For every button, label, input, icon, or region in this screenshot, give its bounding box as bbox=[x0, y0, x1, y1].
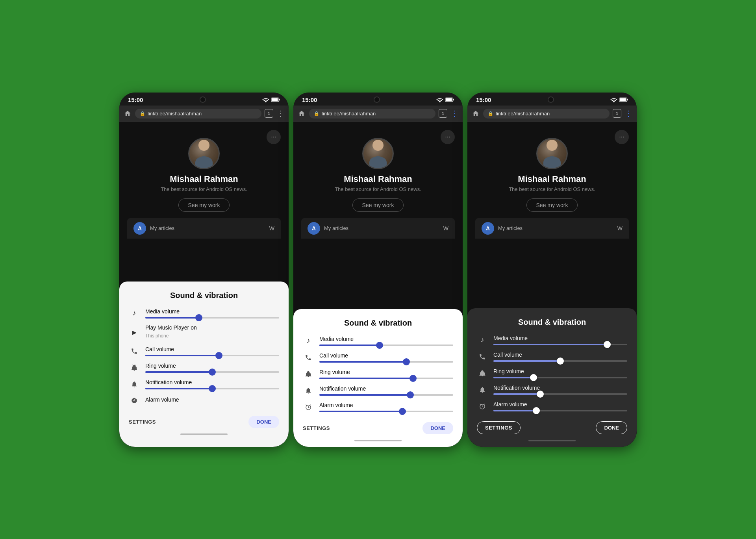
more-circle-1[interactable]: ··· bbox=[267, 130, 281, 144]
phone-2: 15:00 🔒 linktr.ee/mishaalrahman 1 bbox=[293, 93, 463, 447]
done-btn-2[interactable]: DONE bbox=[422, 422, 453, 434]
phone-1: 15:00 🔒 linktr.ee/mishaalrahman 1 bbox=[119, 93, 289, 447]
status-icons-1 bbox=[262, 97, 280, 102]
ring-slider-1[interactable] bbox=[145, 371, 279, 373]
sound-panel-1: Sound & vibration ♪ Media volume ▶ bbox=[119, 282, 289, 447]
ring-slider-2[interactable] bbox=[319, 378, 453, 379]
media-slider-2[interactable] bbox=[319, 345, 453, 346]
panel-title-3: Sound & vibration bbox=[477, 318, 627, 327]
status-bar-3: 15:00 bbox=[467, 93, 637, 106]
call-slider-1[interactable] bbox=[145, 355, 279, 356]
home-bar-2 bbox=[354, 440, 402, 441]
phone-icon-3 bbox=[477, 351, 488, 362]
browser-bar-2: 🔒 linktr.ee/mishaalrahman 1 ⋮ bbox=[293, 106, 463, 122]
profile-subtitle-1: The best source for Android OS news. bbox=[161, 186, 247, 192]
svg-line-3 bbox=[133, 365, 133, 365]
done-btn-3[interactable]: DONE bbox=[596, 421, 627, 434]
tab-count-2[interactable]: 1 bbox=[439, 109, 447, 118]
more-circle-2[interactable]: ··· bbox=[441, 130, 455, 144]
url-bar-2[interactable]: 🔒 linktr.ee/mishaalrahman bbox=[309, 109, 435, 119]
ring-label-1: Ring volume bbox=[145, 363, 279, 369]
call-label-2: Call volume bbox=[319, 352, 453, 359]
wifi-icon-3 bbox=[610, 97, 617, 102]
vol-row-alarm-2: Alarm volume bbox=[303, 402, 453, 413]
settings-btn-1[interactable]: SETTINGS bbox=[129, 419, 156, 425]
tab-count-1[interactable]: 1 bbox=[265, 109, 273, 118]
see-work-btn-1[interactable]: See my work bbox=[178, 198, 230, 212]
panel-footer-1: SETTINGS DONE bbox=[129, 413, 279, 428]
ring-icon-3 bbox=[477, 368, 488, 379]
phone-icon-2 bbox=[303, 352, 314, 363]
call-slider-3[interactable] bbox=[493, 360, 627, 362]
vol-row-ring-1: Ring volume bbox=[129, 362, 279, 373]
svg-rect-10 bbox=[627, 99, 628, 100]
url-bar-1[interactable]: 🔒 linktr.ee/mishaalrahman bbox=[135, 109, 261, 119]
profile-subtitle-3: The best source for Android OS news. bbox=[509, 186, 595, 192]
articles-avatar-3: A bbox=[482, 222, 494, 235]
url-text-1: linktr.ee/mishaalrahman bbox=[148, 111, 202, 117]
tab-count-3[interactable]: 1 bbox=[613, 109, 621, 118]
alarm-icon-2 bbox=[303, 402, 314, 413]
articles-bar-2: A My articles W bbox=[301, 218, 455, 239]
vol-row-notif-3: Notification volume bbox=[477, 384, 627, 395]
phone-2-screen: 15:00 🔒 linktr.ee/mishaalrahman 1 bbox=[293, 93, 463, 447]
status-icons-2 bbox=[436, 97, 454, 102]
see-work-btn-3[interactable]: See my work bbox=[526, 198, 578, 212]
settings-btn-2[interactable]: SETTINGS bbox=[303, 425, 330, 431]
vol-row-alarm-1: Alarm volume bbox=[129, 395, 279, 406]
phone-icon-1 bbox=[129, 346, 140, 357]
notif-label-2: Notification volume bbox=[319, 385, 453, 392]
bell-icon-3 bbox=[477, 384, 488, 395]
home-indicator-1 bbox=[129, 428, 279, 441]
browser-more-3[interactable]: ⋮ bbox=[624, 109, 633, 118]
ring-icon-1 bbox=[129, 362, 140, 373]
articles-more-3: W bbox=[617, 225, 623, 232]
notif-slider-2[interactable] bbox=[319, 394, 453, 396]
profile-name-1: Mishaal Rahman bbox=[170, 174, 238, 184]
articles-text-3: My articles bbox=[498, 225, 523, 231]
home-bar-3 bbox=[528, 440, 576, 441]
see-work-btn-2[interactable]: See my work bbox=[352, 198, 404, 212]
articles-more-1: W bbox=[269, 225, 274, 232]
play-icon-1: ▶ bbox=[129, 327, 140, 338]
media-slider-3[interactable] bbox=[493, 344, 627, 345]
home-icon-2[interactable] bbox=[297, 109, 306, 118]
home-indicator-2 bbox=[303, 434, 453, 447]
profile-name-3: Mishaal Rahman bbox=[518, 174, 586, 184]
status-bar-2: 15:00 bbox=[293, 93, 463, 106]
alarm-slider-3[interactable] bbox=[493, 410, 627, 411]
call-label-1: Call volume bbox=[145, 346, 279, 352]
phone-3: 15:00 🔒 linktr.ee/mishaalrahman 1 bbox=[467, 93, 637, 447]
done-btn-1[interactable]: DONE bbox=[248, 416, 279, 428]
battery-icon-3 bbox=[619, 97, 628, 102]
articles-bar-1: A My articles W bbox=[127, 218, 281, 239]
svg-rect-6 bbox=[453, 99, 454, 100]
svg-rect-7 bbox=[446, 98, 452, 101]
svg-rect-1 bbox=[279, 99, 280, 100]
ring-slider-3[interactable] bbox=[493, 377, 627, 378]
url-bar-3[interactable]: 🔒 linktr.ee/mishaalrahman bbox=[483, 109, 610, 119]
time-3: 15:00 bbox=[476, 96, 491, 103]
vol-row-call-1: Call volume bbox=[129, 346, 279, 357]
settings-btn-3[interactable]: SETTINGS bbox=[477, 421, 521, 434]
notif-slider-3[interactable] bbox=[493, 393, 627, 395]
play-label-1: Play Music Player on bbox=[145, 324, 279, 331]
panel-title-2: Sound & vibration bbox=[303, 319, 453, 328]
notif-slider-1[interactable] bbox=[145, 388, 279, 389]
alarm-slider-2[interactable] bbox=[319, 411, 453, 412]
browser-more-1[interactable]: ⋮ bbox=[276, 109, 285, 118]
notif-label-1: Notification volume bbox=[145, 379, 279, 385]
vol-row-media-2: ♪ Media volume bbox=[303, 335, 453, 346]
vol-row-media-3: ♪ Media volume bbox=[477, 335, 627, 346]
bell-icon-2 bbox=[303, 385, 314, 396]
home-icon-1[interactable] bbox=[123, 109, 132, 118]
call-slider-2[interactable] bbox=[319, 361, 453, 363]
more-circle-3[interactable]: ··· bbox=[615, 130, 629, 144]
home-icon-3[interactable] bbox=[471, 109, 480, 118]
browser-more-2[interactable]: ⋮ bbox=[450, 109, 459, 118]
articles-more-2: W bbox=[443, 225, 448, 232]
avatar-1 bbox=[188, 138, 220, 169]
media-slider-1[interactable] bbox=[145, 317, 279, 319]
media-label-3: Media volume bbox=[493, 335, 627, 341]
url-text-3: linktr.ee/mishaalrahman bbox=[496, 111, 550, 117]
